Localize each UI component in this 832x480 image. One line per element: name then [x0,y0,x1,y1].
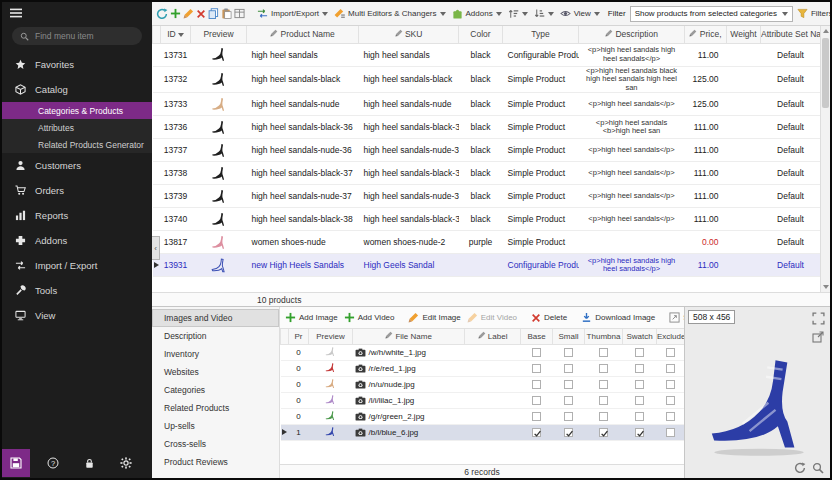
small-checkbox[interactable] [564,380,573,389]
swatch-checkbox[interactable] [635,412,644,421]
column-header-color[interactable]: Color [459,26,503,43]
import-export-menu[interactable]: Import/Export [255,7,330,20]
addons-menu[interactable]: Addons [450,7,504,20]
refresh-icon[interactable] [156,6,168,22]
base-checkbox[interactable] [532,364,541,373]
help-button[interactable]: ? [39,449,67,477]
column-header-sku[interactable]: SKU [359,26,459,43]
edit-product-icon[interactable] [183,6,194,22]
sidebar-item-attributes[interactable]: Attributes [2,119,152,136]
column-header-weight[interactable]: Weight [727,26,761,43]
filters-menu[interactable]: Filters [795,7,830,20]
column-header-label[interactable]: Label [465,329,521,344]
tab-websites[interactable]: Websites [152,363,279,381]
column-header-type[interactable]: Type [503,26,579,43]
sidebar-item-related-products-generator[interactable]: Related Products Generator [2,136,152,153]
column-header-attribute-set-name[interactable]: Attribute Set Name [761,26,821,43]
base-checkbox[interactable] [532,412,541,421]
image-row-l-i-lilac-1-jpg[interactable]: 0/l/i/lilac_1.jpg [281,392,685,408]
sidebar-item-view[interactable]: View [2,303,152,328]
swatch-checkbox[interactable] [635,396,644,405]
small-checkbox[interactable] [564,412,573,421]
view-menu[interactable]: View [558,7,602,20]
tab-up-sells[interactable]: Up-sells [152,417,279,435]
edit-video-button[interactable]: Edit Video [465,311,519,324]
exclude-checkbox[interactable] [666,364,675,373]
delete-button[interactable]: Delete [529,312,569,324]
sidebar-item-tools[interactable]: Tools [2,278,152,303]
exclude-checkbox[interactable] [666,412,675,421]
product-row-13732[interactable]: 13732high heel sandals-blackhigh heel sa… [153,66,821,93]
thumbnail-checkbox[interactable] [599,396,608,405]
sidebar-item-import-export[interactable]: Import / Export [2,253,152,278]
scroll-up-icon[interactable] [823,29,829,33]
lock-button[interactable] [75,449,103,477]
fullscreen-icon[interactable] [812,311,826,325]
edit-image-button[interactable]: Edit Image [406,311,462,324]
column-header-thumbna[interactable]: Thumbna [585,329,623,344]
image-row-g-r-green-2-jpg[interactable]: 0/g/r/green_2.jpg [281,408,685,424]
swatch-checkbox[interactable] [635,348,644,357]
column-header-description[interactable]: Description [579,26,685,43]
swatch-checkbox[interactable] [635,380,644,389]
columns-icon[interactable] [234,6,245,22]
exclude-checkbox[interactable] [666,380,675,389]
thumbnail-checkbox[interactable] [599,364,608,373]
thumbnail-checkbox[interactable] [599,348,608,357]
add-product-icon[interactable] [170,6,181,22]
base-checkbox[interactable] [532,380,541,389]
zoom-icon[interactable] [812,460,826,474]
sort-down-menu[interactable] [532,7,556,20]
download-image-button[interactable]: Download Image [579,311,657,324]
product-row-13931[interactable]: 13931new High Heels SandalsHigh Geels Sa… [153,254,821,277]
sidebar-item-orders[interactable]: Orders [2,178,152,203]
base-checkbox[interactable] [532,348,541,357]
menu-search-input[interactable] [35,31,134,41]
hamburger-icon[interactable] [10,7,22,19]
tab-cross-sells[interactable]: Cross-sells [152,435,279,453]
multi-editors-menu[interactable]: Multi Editors & Changers [332,7,447,20]
rotate-icon[interactable] [794,460,808,474]
save-button[interactable] [2,449,30,477]
filter-select[interactable]: Show products from selected categories [630,6,793,22]
column-header-product-name[interactable]: Product Name [247,26,359,43]
sidebar-item-favorites[interactable]: Favorites [2,52,152,77]
grid-scrollbar[interactable] [820,26,830,292]
column-header-exclude[interactable]: Exclude [657,329,685,344]
image-row-b-l-blue-6-jpg[interactable]: 1/b/l/blue_6.jpg [281,424,685,440]
tab-related-products[interactable]: Related Products [152,399,279,417]
column-header-preview[interactable]: Preview [191,26,247,43]
product-row-13736[interactable]: 13736high heel sandals-black-36high heel… [153,116,821,139]
column-header-price[interactable]: Price, [685,26,727,43]
product-row-13817[interactable]: 13817women shoes-nudewomen shoes-nude-2p… [153,231,821,254]
product-row-13737[interactable]: 13737high heel sandals-nude-36high heel … [153,139,821,162]
sidebar-item-catalog[interactable]: Catalog [2,77,152,102]
swatch-checkbox[interactable] [635,428,644,437]
swatch-checkbox[interactable] [635,364,644,373]
column-header-id[interactable]: ID [161,26,191,43]
add-video-button[interactable]: Add Video [342,311,397,324]
open-external-icon[interactable] [812,329,826,343]
small-checkbox[interactable] [564,428,573,437]
exclude-checkbox[interactable] [666,348,675,357]
column-header-swatch[interactable]: Swatch [623,329,657,344]
scroll-thumb[interactable] [822,38,829,108]
tab-product-reviews[interactable]: Product Reviews [152,453,279,471]
tab-images-and-video[interactable]: Images and Video [152,309,279,327]
delete-product-icon[interactable] [196,6,206,22]
product-row-13733[interactable]: 13733high heel sandals-nudehigh heel san… [153,93,821,116]
exclude-checkbox[interactable] [666,428,675,437]
tab-inventory[interactable]: Inventory [152,345,279,363]
scroll-down-icon[interactable] [823,285,829,289]
product-row-13731[interactable]: 13731high heel sandalshigh heel sandalsb… [153,43,821,66]
column-header-base[interactable]: Base [521,329,553,344]
copy-icon[interactable] [208,6,219,22]
thumbnail-checkbox[interactable] [599,380,608,389]
sidebar-item-customers[interactable]: Customers [2,153,152,178]
tab-categories[interactable]: Categories [152,381,279,399]
settings-button[interactable] [112,449,140,477]
base-checkbox[interactable] [532,396,541,405]
small-checkbox[interactable] [564,396,573,405]
small-checkbox[interactable] [564,348,573,357]
column-header-small[interactable]: Small [553,329,585,344]
